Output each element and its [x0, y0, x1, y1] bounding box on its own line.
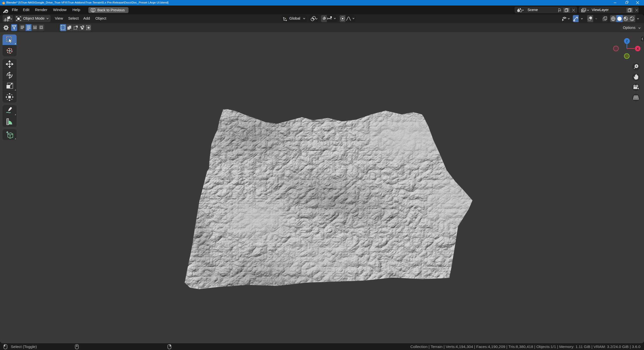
svg-text:Z: Z: [626, 39, 628, 43]
svg-text:X: X: [637, 47, 639, 51]
